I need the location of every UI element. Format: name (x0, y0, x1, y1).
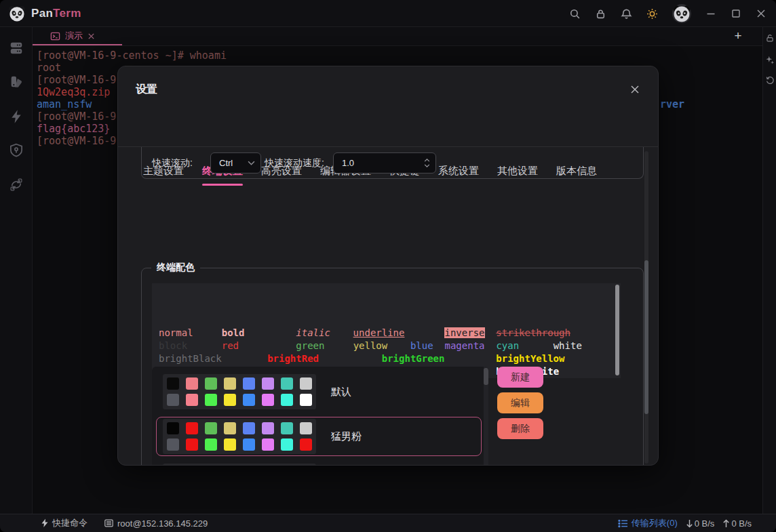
left-sidebar (0, 27, 33, 514)
preview-row: block red green yellow blue magenta cyan… (159, 340, 621, 352)
color-swatch (243, 422, 255, 434)
quick-command-button[interactable]: 快捷命令 (41, 517, 88, 529)
maximize-icon[interactable] (731, 8, 741, 19)
preview-token-bold: bold (222, 327, 245, 338)
color-swatch (262, 394, 274, 406)
statusbar: 快捷命令 root@152.136.145.229 传输列表(0) 0 B/s … (0, 514, 776, 532)
color-preview: normal bold italic underline inverse str… (152, 283, 621, 378)
color-swatch (224, 394, 236, 406)
color-swatch (281, 438, 293, 451)
terminal-colors-legend: 终端配色 (151, 262, 200, 274)
scheme-swatches (163, 374, 316, 409)
titlebar: PanTerm (0, 0, 776, 27)
fast-scroll-select[interactable]: Ctrl (210, 152, 261, 173)
credentials-shield-icon[interactable] (9, 143, 23, 158)
app-title: PanTerm (31, 7, 81, 20)
scheme-item-默认[interactable]: 默认 (156, 372, 482, 411)
sync-transfer-icon[interactable] (9, 178, 23, 192)
themes-palette-icon[interactable] (9, 75, 24, 89)
list-scrollbar[interactable] (484, 367, 488, 465)
preview-row: brightBlack brightRed brightGreen bright… (159, 352, 621, 365)
transfer-list-icon (618, 519, 628, 528)
color-swatch (224, 377, 236, 390)
preview-token-red: red (222, 340, 239, 351)
color-swatch (300, 377, 312, 390)
color-swatch (186, 394, 198, 406)
preview-scrollbar[interactable] (615, 285, 619, 375)
color-swatch (224, 438, 236, 451)
tab-label: 演示 (65, 30, 83, 42)
active-tab-underline (33, 44, 122, 45)
preview-token-yellow: yellow (353, 340, 388, 351)
color-swatch (243, 438, 255, 451)
ai-sparkles-icon[interactable] (765, 56, 774, 64)
scheme-swatches (163, 464, 316, 465)
color-swatch (205, 438, 217, 451)
scroll-speed-value: 1.0 (342, 158, 424, 168)
fast-scroll-value: Ctrl (219, 158, 248, 168)
preview-token-underline: underline (353, 327, 405, 338)
scheme-swatches (163, 419, 316, 454)
settings-dialog: 设置 主题设置终端设置高亮设置编辑器设置快捷键系统设置其他设置版本信息 快速滚动… (117, 66, 659, 466)
new-tab-button[interactable]: + (731, 30, 745, 43)
preview-token-blue: blue (410, 340, 433, 351)
lock-icon[interactable] (595, 8, 606, 20)
chevron-down-icon (248, 161, 255, 165)
preview-token-inverse: inverse (444, 327, 484, 338)
preview-token-normal: normal (159, 327, 193, 338)
search-icon[interactable] (569, 8, 581, 20)
terminal-line: [root@VM-16-9-centos ~]# whoami (37, 49, 762, 62)
preview-token-strikethrough: strikethrough (496, 327, 570, 338)
scheme-name: 猛男粉 (331, 430, 362, 443)
unlock-icon[interactable] (765, 34, 774, 43)
scroll-speed-label: 快速滚动速度: (265, 157, 324, 169)
color-swatch (300, 422, 312, 434)
dialog-content: 快速滚动: Ctrl 快速滚动速度: 1.0 (118, 146, 658, 465)
stepper-down-icon[interactable] (424, 164, 430, 167)
color-swatch (224, 422, 236, 434)
scheme-item-猛男粉[interactable]: 猛男粉 (156, 417, 482, 456)
color-swatch (167, 422, 179, 434)
transfer-list-label: 传输列表(0) (632, 517, 678, 529)
dialog-scrollbar[interactable] (644, 151, 648, 464)
theme-sun-icon[interactable] (646, 8, 658, 20)
terminal-tab-icon (50, 31, 60, 41)
fast-scroll-label: 快速滚动: (152, 157, 193, 169)
app-window: [root@VM-16-9-centos ~]# whoamiroot[root… (0, 0, 776, 532)
bell-icon[interactable] (621, 8, 632, 20)
quick-command-label: 快捷命令 (52, 517, 88, 529)
scroll-speed-input[interactable]: 1.0 (333, 152, 436, 173)
scheme-list: 默认猛男粉AfterglowTomorrow Night (152, 367, 488, 465)
host-indicator[interactable]: root@152.136.145.229 (104, 517, 208, 529)
scheme-item-Afterglow[interactable]: Afterglow (156, 462, 482, 465)
color-swatch (262, 422, 274, 434)
download-rate: 0 B/s (686, 518, 715, 529)
download-rate-value: 0 B/s (695, 518, 715, 529)
dialog-scrollbar-thumb[interactable] (644, 260, 648, 414)
history-icon[interactable] (765, 76, 774, 85)
upload-rate: 0 B/s (722, 518, 752, 529)
transfer-list-button[interactable]: 传输列表(0) (618, 517, 678, 529)
user-avatar[interactable] (672, 4, 691, 23)
quick-commands-icon[interactable] (9, 109, 23, 124)
tab-close-icon[interactable] (88, 33, 95, 40)
minimize-icon[interactable] (705, 8, 716, 19)
color-swatch (243, 394, 255, 406)
color-swatch (167, 438, 179, 451)
color-swatch (281, 377, 293, 390)
dialog-close-icon[interactable] (629, 84, 640, 95)
scheme-new-button[interactable]: 新建 (497, 367, 543, 388)
tabbar: 演示 + (33, 27, 762, 46)
stepper-up-icon[interactable] (424, 159, 430, 162)
color-swatch (262, 438, 274, 451)
close-icon[interactable] (756, 8, 767, 19)
tab-demo[interactable]: 演示 (33, 27, 102, 45)
preview-token-italic: italic (296, 327, 330, 338)
scheme-edit-button[interactable]: 编辑 (497, 392, 543, 413)
list-scrollbar-thumb[interactable] (484, 368, 488, 385)
servers-icon[interactable] (9, 41, 24, 56)
number-stepper[interactable] (424, 159, 430, 167)
preview-token-block: block (159, 340, 187, 351)
color-swatch (205, 422, 217, 434)
scheme-delete-button[interactable]: 删除 (497, 418, 543, 439)
